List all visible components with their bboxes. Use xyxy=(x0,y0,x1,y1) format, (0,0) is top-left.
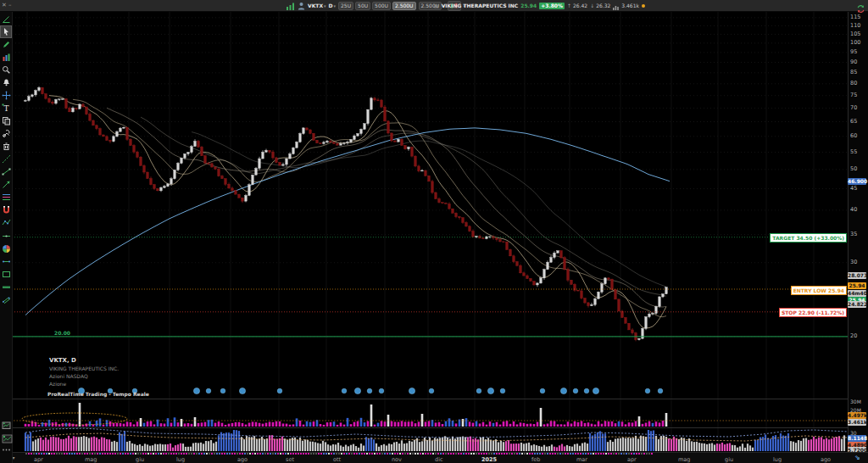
stop-level-label[interactable]: STOP 22.90 (-11.72%) xyxy=(779,308,847,317)
event-marker[interactable] xyxy=(429,388,434,393)
magnet-tool[interactable] xyxy=(1,204,11,215)
price-tick-label: 80 xyxy=(850,81,857,86)
seasonal-strip-segment xyxy=(130,453,131,455)
go-to-latest-button[interactable]: ⇘ xyxy=(854,454,860,461)
time-axis[interactable]: ∷∷ ▾ ⇘ aprmaggiulugagosetottnovdic2025fe… xyxy=(0,452,868,463)
price-tick-label: 60 xyxy=(850,133,857,139)
interval-button-50U[interactable]: 50U xyxy=(355,2,370,10)
interval-button-25U[interactable]: 25U xyxy=(338,2,353,10)
event-marker[interactable] xyxy=(540,388,545,393)
event-marker[interactable] xyxy=(658,388,663,393)
event-marker[interactable] xyxy=(277,388,282,393)
close-icon[interactable]: ✕ xyxy=(2,0,7,11)
seasonal-strip-segment xyxy=(420,453,421,455)
event-marker[interactable] xyxy=(573,388,578,393)
event-marker[interactable] xyxy=(379,388,384,393)
symbol-dropdown[interactable]: VKTX▾ xyxy=(308,3,326,8)
entry-level-label[interactable]: ENTRY LOW 25.94 xyxy=(791,286,847,295)
seasonal-strip-segment xyxy=(531,453,533,455)
delete-trash-tool[interactable] xyxy=(1,141,11,152)
cursor-tool[interactable] xyxy=(1,26,11,37)
seasonal-strip-segment xyxy=(425,453,426,455)
arrow-tool[interactable] xyxy=(1,179,11,190)
event-marker[interactable] xyxy=(354,388,360,393)
refresh-icon[interactable] xyxy=(856,1,865,17)
horizontal-line-tool[interactable] xyxy=(1,231,11,242)
event-marker[interactable] xyxy=(487,388,493,393)
signal-bars-icon[interactable] xyxy=(287,0,295,14)
move-cross-tool[interactable] xyxy=(1,90,11,101)
seasonal-strip-segment xyxy=(150,453,152,455)
text-tool[interactable]: T xyxy=(1,103,11,114)
dashed-trendline-tool[interactable] xyxy=(1,153,11,165)
seasonal-strip-segment xyxy=(626,453,627,455)
seasonal-strip-segment xyxy=(483,453,485,455)
seasonal-strip-segment xyxy=(114,453,116,455)
fibonacci-tool[interactable] xyxy=(1,192,11,203)
rectangle-tool[interactable] xyxy=(1,269,11,280)
zoom-tool[interactable] xyxy=(1,64,11,75)
event-marker[interactable] xyxy=(239,388,245,393)
channel-tool[interactable] xyxy=(1,294,11,305)
event-marker[interactable] xyxy=(500,388,505,393)
left-toolbar: T xyxy=(0,11,13,463)
indicator-icon[interactable] xyxy=(2,432,13,448)
seasonal-strip-segment xyxy=(259,453,261,455)
seasonal-strip-segment xyxy=(58,453,60,455)
event-marker[interactable] xyxy=(645,388,650,393)
seasonal-strip-segment xyxy=(336,453,337,455)
event-marker[interactable] xyxy=(206,388,211,393)
indicator-tool[interactable] xyxy=(1,52,11,63)
seasonal-strip-segment xyxy=(557,453,559,455)
chart-window-tool[interactable] xyxy=(1,420,11,431)
seasonal-strip-segment xyxy=(221,453,223,455)
thick-line-tool[interactable] xyxy=(1,282,11,293)
seasonal-strip-segment xyxy=(417,453,419,455)
event-marker[interactable] xyxy=(342,388,347,393)
settings-tools-tool[interactable] xyxy=(1,128,11,139)
text-tool-icon: T xyxy=(2,103,11,113)
polyline-tool[interactable] xyxy=(1,217,11,228)
seasonal-strip-segment xyxy=(636,453,637,455)
alert-bell-tool[interactable] xyxy=(1,77,11,88)
seasonal-strip-segment xyxy=(506,453,508,455)
event-marker[interactable] xyxy=(367,388,372,393)
event-marker[interactable] xyxy=(193,388,199,393)
seasonal-strip-segment xyxy=(298,453,299,455)
list-icon[interactable]: ▤ xyxy=(434,3,439,8)
event-marker[interactable] xyxy=(560,388,566,393)
horizontal-segment-tool[interactable] xyxy=(1,256,11,267)
trend-angle-tool[interactable] xyxy=(1,14,11,25)
seasonal-strip-segment xyxy=(262,453,264,455)
event-marker[interactable] xyxy=(476,388,481,393)
event-marker[interactable] xyxy=(220,388,225,393)
instrument-info-group: ▤ VIKING THERAPEUTICS INC 25.94 +3.80% ↑… xyxy=(434,0,645,11)
seasonal-strip-segment xyxy=(458,453,459,455)
seasonal-strip-segment xyxy=(236,453,238,455)
minimize-icon[interactable]: – xyxy=(8,0,12,11)
color-wheel-tool[interactable] xyxy=(1,243,11,254)
target-level-label[interactable]: TARGET 34.50 (+33.00%) xyxy=(770,233,847,243)
draw-pencil-tool[interactable] xyxy=(1,39,11,50)
duplicate-tool[interactable] xyxy=(1,115,11,126)
seasonal-strip-segment xyxy=(315,453,317,455)
seasonal-strip-segment xyxy=(186,453,187,455)
symbol-timeframe-label: VKTX, D xyxy=(49,357,119,365)
seasonal-strip-segment xyxy=(402,453,403,455)
seasonal-strip-segment xyxy=(170,453,172,455)
interval-button-2.500U[interactable]: 2.500U xyxy=(392,2,416,10)
seasonal-strip-segment xyxy=(28,453,30,455)
seasonal-strip-segment xyxy=(257,453,259,455)
timeframe-dropdown[interactable]: D▾ xyxy=(329,3,337,8)
price-tick-label: 65 xyxy=(850,119,857,125)
seasonal-strip-segment xyxy=(86,453,88,455)
interval-button-500U[interactable]: 500U xyxy=(372,2,391,10)
seasonal-strip-segment xyxy=(318,453,320,455)
event-marker[interactable] xyxy=(593,388,598,393)
segment-tool[interactable] xyxy=(1,166,11,177)
event-marker[interactable] xyxy=(409,388,415,393)
seasonal-strip-segment xyxy=(587,453,589,455)
seasonal-strip-segment xyxy=(514,453,515,455)
event-marker[interactable] xyxy=(584,388,589,393)
user-icon[interactable] xyxy=(298,0,305,14)
